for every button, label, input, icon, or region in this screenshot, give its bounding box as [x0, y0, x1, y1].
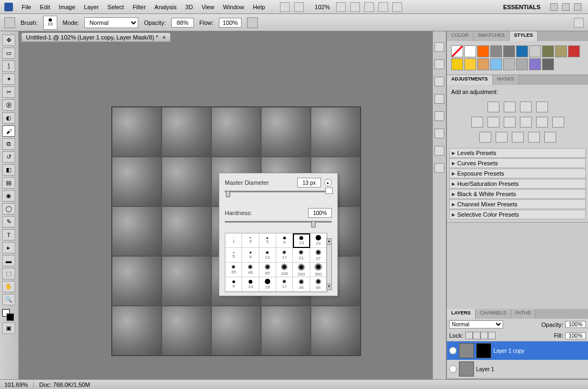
screen-icon[interactable]: [392, 2, 402, 12]
preset-row[interactable]: ▶Levels Presets: [449, 148, 586, 158]
gradient-map-icon[interactable]: [528, 132, 540, 143]
vibrance-icon[interactable]: [471, 117, 483, 128]
preset-row[interactable]: ▶Hue/Saturation Presets: [449, 179, 586, 189]
color-swatches[interactable]: [2, 309, 14, 321]
actions-panel-icon[interactable]: [435, 59, 444, 69]
preset-row[interactable]: ▶Curves Presets: [449, 158, 586, 168]
eraser-tool[interactable]: ◧: [2, 164, 15, 176]
layer-name[interactable]: Layer 1 copy: [493, 348, 524, 354]
path-selection-tool[interactable]: ▸: [2, 242, 15, 253]
brush-grid-scrollbar[interactable]: ▴▾: [326, 238, 332, 290]
flow-input[interactable]: [219, 18, 242, 28]
brush-preset-cell[interactable]: 19: [310, 233, 327, 248]
arrange-docs-icon[interactable]: [378, 2, 388, 12]
gradient-tool[interactable]: ▤: [2, 177, 15, 189]
brush-preset-cell[interactable]: 13: [259, 248, 276, 263]
style-swatch[interactable]: [555, 45, 567, 57]
visibility-toggle-icon[interactable]: [449, 365, 457, 373]
brush-preset-cell[interactable]: 13: [242, 277, 259, 292]
tab-channels[interactable]: CHANNELS: [476, 309, 511, 319]
crop-tool[interactable]: ✂: [2, 86, 15, 98]
posterize-icon[interactable]: [496, 132, 507, 143]
magic-wand-tool[interactable]: ✦: [2, 73, 15, 85]
brush-preset-cell[interactable]: 17: [276, 277, 293, 292]
move-tool[interactable]: ✥: [2, 35, 15, 46]
popup-flyout-icon[interactable]: ▸: [324, 179, 332, 186]
menu-analysis[interactable]: Analysis: [150, 4, 181, 10]
minimize-button[interactable]: [550, 3, 558, 11]
brush-preset-cell[interactable]: 45: [242, 263, 259, 277]
menu-filter[interactable]: Filter: [128, 4, 150, 10]
style-swatch[interactable]: [464, 45, 476, 57]
character-panel-icon[interactable]: [435, 146, 444, 156]
brush-preset-cell[interactable]: 9: [276, 233, 293, 248]
marquee-tool[interactable]: ▭: [2, 48, 15, 59]
hardness-input[interactable]: [308, 208, 332, 218]
shape-tool[interactable]: ▬: [2, 255, 15, 266]
brush-preset-cell[interactable]: 27: [310, 248, 327, 263]
style-swatch[interactable]: [542, 58, 554, 70]
brush-preset-cell[interactable]: 9: [225, 277, 242, 292]
brush-preset-cell[interactable]: 300: [310, 263, 327, 277]
quick-mask-toggle[interactable]: ▣: [2, 323, 15, 334]
layer-blend-mode[interactable]: Normal: [449, 320, 503, 328]
status-zoom[interactable]: 101.69%: [4, 381, 28, 388]
screen-mode-icon[interactable]: [294, 2, 304, 12]
workspace-switcher[interactable]: ESSENTIALS: [498, 4, 546, 10]
preset-row[interactable]: ▶Exposure Presets: [449, 169, 586, 178]
close-button[interactable]: [574, 3, 582, 11]
exposure-icon[interactable]: [536, 102, 548, 112]
menu-window[interactable]: Window: [219, 4, 249, 10]
zoom-tool[interactable]: 🔍: [2, 294, 15, 305]
zoom-display[interactable]: 102%: [312, 4, 332, 10]
style-swatch[interactable]: [477, 45, 489, 57]
preset-row[interactable]: ▶Black & White Presets: [449, 189, 586, 199]
tab-adjustments[interactable]: ADJUSTMENTS: [447, 75, 493, 85]
brush-preset-cell[interactable]: 45: [293, 277, 310, 292]
master-diameter-input[interactable]: [297, 178, 321, 187]
zoom-tool-icon[interactable]: [350, 2, 360, 12]
history-panel-icon[interactable]: [435, 42, 444, 52]
airbrush-icon[interactable]: [247, 17, 258, 28]
threshold-icon[interactable]: [512, 132, 524, 143]
tab-color[interactable]: COLOR: [447, 31, 473, 41]
channel-mixer-icon[interactable]: [552, 117, 564, 128]
tab-masks[interactable]: MASKS: [493, 75, 519, 85]
tab-paths[interactable]: PATHS: [511, 309, 536, 319]
brush-preset-cell[interactable]: 65: [259, 263, 276, 277]
clone-source-panel-icon[interactable]: [435, 111, 444, 121]
brush-preset-cell[interactable]: 17: [276, 248, 293, 263]
lock-transparency-icon[interactable]: [465, 332, 473, 339]
layer-name[interactable]: Layer 1: [476, 366, 494, 372]
brush-preset-cell[interactable]: 9: [242, 248, 259, 263]
brush-tool[interactable]: 🖌: [2, 125, 15, 137]
brush-tool-icon[interactable]: [4, 17, 15, 28]
maximize-button[interactable]: [562, 3, 570, 11]
fill-input[interactable]: [565, 332, 586, 339]
hardness-slider[interactable]: [219, 221, 337, 229]
document-tab[interactable]: Untitled-1 @ 102% (Layer 1 copy, Layer M…: [21, 32, 171, 42]
preset-row[interactable]: ▶Channel Mixer Presets: [449, 199, 586, 209]
brush-preset-cell[interactable]: 1: [225, 233, 242, 248]
menu-layer[interactable]: Layer: [79, 4, 103, 10]
tab-layers[interactable]: LAYERS: [447, 309, 476, 319]
style-swatch[interactable]: [490, 58, 502, 70]
style-swatch[interactable]: [451, 58, 463, 70]
layer-opacity-input[interactable]: [565, 321, 586, 328]
reset-size-button[interactable]: [325, 187, 333, 194]
style-swatch[interactable]: [542, 45, 554, 57]
tab-swatches[interactable]: SWATCHES: [473, 31, 510, 41]
menu-help[interactable]: Help: [249, 4, 270, 10]
menu-edit[interactable]: Edit: [36, 4, 55, 10]
hue-saturation-icon[interactable]: [487, 117, 499, 128]
layer-thumbnail[interactable]: [459, 361, 474, 377]
launch-bridge-icon[interactable]: [280, 2, 290, 12]
brush-preset-cell[interactable]: 3: [242, 233, 259, 248]
tool-presets-panel-icon[interactable]: [435, 77, 444, 86]
menu-file[interactable]: File: [17, 4, 36, 10]
blur-tool[interactable]: ◉: [2, 190, 15, 202]
style-swatch[interactable]: [503, 45, 515, 57]
color-balance-icon[interactable]: [504, 117, 516, 128]
brush-preset-cell[interactable]: 100: [276, 263, 293, 277]
menu-image[interactable]: Image: [55, 4, 80, 10]
